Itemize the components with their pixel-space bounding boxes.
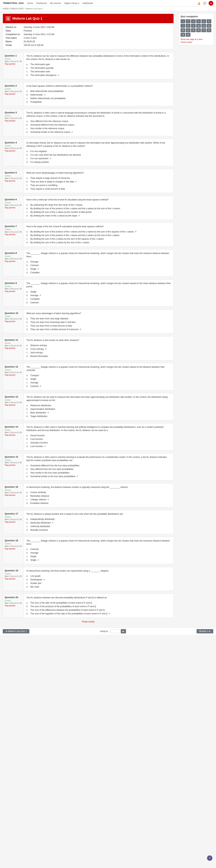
nav-cell-15[interactable]: 15 bbox=[191, 28, 196, 32]
question-mark-5: Mark 1.00 out of 1.00 bbox=[5, 177, 22, 180]
question-number-10: Question 10 bbox=[5, 312, 22, 314]
correct-checkmark-6-4: ✔ bbox=[78, 214, 80, 217]
nav-cell-1[interactable]: 1 bbox=[181, 19, 185, 23]
nav-grid: 1234567891011121314151617181920 bbox=[181, 19, 212, 37]
nav-my-courses[interactable]: My courses bbox=[50, 2, 61, 4]
option-9-1: a.Single bbox=[27, 290, 171, 293]
question-status-16: Correct bbox=[5, 489, 22, 492]
flag-question-19[interactable]: Flag question bbox=[5, 578, 16, 580]
question-text-6: How is the y-intercept of the line of be… bbox=[27, 198, 171, 201]
question-status-2: Correct bbox=[5, 88, 22, 90]
jump-go-button[interactable]: ▶ bbox=[121, 629, 126, 633]
nav-dashboard[interactable]: Dashboard bbox=[36, 2, 47, 4]
flag-question-6[interactable]: Flag question bbox=[5, 207, 16, 209]
nav-cell-11[interactable]: 11 bbox=[202, 24, 206, 28]
option-15-1: a.Somewhat different from the true class… bbox=[27, 464, 171, 467]
nav-cell-18[interactable]: 18 bbox=[207, 28, 211, 32]
nav-cell-17[interactable]: 17 bbox=[202, 28, 206, 32]
finish-review-link-bottom[interactable]: Finish review bbox=[3, 620, 174, 623]
question-block-7: Question 7 Correct Mark 1.00 out of 1.00… bbox=[3, 222, 174, 247]
option-13-3: c.Base distribution ✔ bbox=[27, 411, 171, 414]
nav-helpdesk[interactable]: HelpDesk▾ bbox=[83, 2, 93, 4]
flag-question-12[interactable]: Flag question bbox=[5, 374, 16, 376]
nav-cell-3[interactable]: 3 bbox=[191, 19, 196, 23]
nav-cell-20[interactable]: 20 bbox=[186, 33, 190, 37]
nav-cell-10[interactable]: 10 bbox=[196, 24, 201, 28]
question-number-14: Question 14 bbox=[5, 426, 22, 428]
flag-question-10[interactable]: Flag question bbox=[5, 320, 16, 322]
question-block-2: Question 2 Correct Mark 1.00 out of 1.00… bbox=[3, 82, 174, 106]
nav-cell-8[interactable]: 8 bbox=[186, 24, 190, 28]
option-5-4: d.They require a small amount of data bbox=[27, 187, 171, 191]
correct-checkmark-10-4: ✔ bbox=[80, 328, 81, 331]
quiz-state: Finished bbox=[24, 29, 56, 33]
flag-question-14[interactable]: Flag question bbox=[5, 434, 16, 436]
option-4-1: a.It is non-negative bbox=[27, 150, 171, 153]
quiz-time-taken: 3 mins 4 secs bbox=[24, 36, 56, 40]
question-status-12: Correct bbox=[5, 369, 22, 371]
prev-button[interactable]: ◄ Midterm Lab Quiz 1 bbox=[3, 629, 29, 633]
flag-question-20[interactable]: Flag question bbox=[5, 604, 16, 607]
show-one-page-link[interactable]: Show one page at a time bbox=[181, 38, 212, 40]
breadcrumb-course[interactable]: UGRD-CYB5101-23337 bbox=[3, 7, 24, 10]
flag-question-9[interactable]: Flag question bbox=[5, 290, 16, 292]
nav-cell-4[interactable]: 4 bbox=[196, 19, 201, 23]
nav-cell-5[interactable]: 5 bbox=[202, 19, 206, 23]
correct-checkmark-1-4: ✔ bbox=[58, 74, 59, 76]
nav-cell-2[interactable]: 2 bbox=[186, 19, 190, 23]
flag-question-13[interactable]: Flag question bbox=[5, 404, 16, 406]
nav-cell-7[interactable]: 7 bbox=[181, 24, 185, 28]
nav-home[interactable]: Home bbox=[27, 2, 33, 4]
bell-icon[interactable]: 🔔 bbox=[197, 1, 201, 5]
flag-question-17[interactable]: Flag question bbox=[5, 521, 16, 523]
flag-question-15[interactable]: Flag question bbox=[5, 464, 16, 466]
nav-cell-14[interactable]: 14 bbox=[186, 28, 190, 32]
question-text-7: How is the slope of the line of best fit… bbox=[27, 225, 171, 228]
jump-row: Jump to... ▶ bbox=[100, 629, 126, 633]
question-text-15: The KL distance is often used in machine… bbox=[27, 456, 171, 462]
flag-question-3[interactable]: Flag question bbox=[5, 120, 16, 122]
flag-question-2[interactable]: Flag question bbox=[5, 93, 16, 95]
flag-question-18[interactable]: Flag question bbox=[5, 548, 16, 550]
questions-container: Question 1 Correct Mark 1.00 out of 1.00… bbox=[3, 52, 174, 618]
option-20-4: d.The sum of the logarithm of the ratio … bbox=[27, 612, 171, 615]
flag-question-11[interactable]: Flag question bbox=[5, 347, 16, 349]
option-12-3: c.Average bbox=[27, 381, 171, 384]
next-module-button[interactable]: Module 1 ► bbox=[196, 629, 213, 633]
question-text-5: What are some disadvantages of batch lea… bbox=[27, 171, 171, 175]
option-16-2: b.Manhattan distance bbox=[27, 494, 171, 498]
avatar[interactable]: A bbox=[209, 1, 213, 6]
flag-question-16[interactable]: Flag question bbox=[5, 494, 16, 496]
option-1-1: a.The information gain bbox=[27, 63, 171, 66]
flag-question-7[interactable]: Flag question bbox=[5, 234, 16, 236]
nav-cell-12[interactable]: 12 bbox=[207, 24, 211, 28]
correct-checkmark-2-2: ✔ bbox=[44, 94, 46, 96]
flag-question-4[interactable]: Flag question bbox=[5, 150, 16, 152]
jump-input[interactable] bbox=[111, 629, 120, 633]
flag-question-1[interactable]: Flag question bbox=[5, 63, 16, 65]
question-text-20: The KL distance between two discrete pro… bbox=[27, 596, 171, 599]
nav-digital-library[interactable]: Digital Library ▾ bbox=[64, 2, 79, 4]
finish-review-btn[interactable]: Finish review bbox=[181, 41, 212, 43]
flag-question-8[interactable]: Flag question bbox=[5, 260, 16, 262]
option-7-4: d.By dividing the sum of the y values by… bbox=[27, 241, 171, 244]
nav-cell-19[interactable]: 19 bbox=[181, 33, 185, 37]
nav-cell-6[interactable]: 6 bbox=[207, 19, 211, 23]
nav-cell-16[interactable]: 16 bbox=[196, 28, 201, 32]
question-mark-7: Mark 1.00 out of 1.00 bbox=[5, 231, 22, 233]
option-11-3: c.Joint entropy bbox=[27, 351, 171, 354]
chat-icon[interactable]: 💬 bbox=[203, 1, 207, 5]
nav-cell-9[interactable]: 9 bbox=[191, 24, 196, 28]
option-10-3: c.They can learn from a small amount of … bbox=[27, 324, 171, 328]
option-12-2: b.Single bbox=[27, 377, 171, 381]
option-19-4: d.Bar chart bbox=[27, 585, 171, 589]
quiz-title: Midterm Lab Quiz 1 bbox=[12, 17, 42, 21]
question-mark-10: Mark 1.00 out of 1.00 bbox=[5, 318, 22, 320]
question-number-3: Question 3 bbox=[5, 111, 22, 114]
flag-question-5[interactable]: Flag question bbox=[5, 180, 16, 182]
nav-cell-13[interactable]: 13 bbox=[181, 28, 185, 32]
option-18-1: a.Centroid bbox=[27, 548, 171, 551]
question-status-4: Correct bbox=[5, 145, 22, 147]
option-13-4: d.Target distribution bbox=[27, 414, 171, 418]
option-11-1: a.Shannon entropy bbox=[27, 344, 171, 347]
